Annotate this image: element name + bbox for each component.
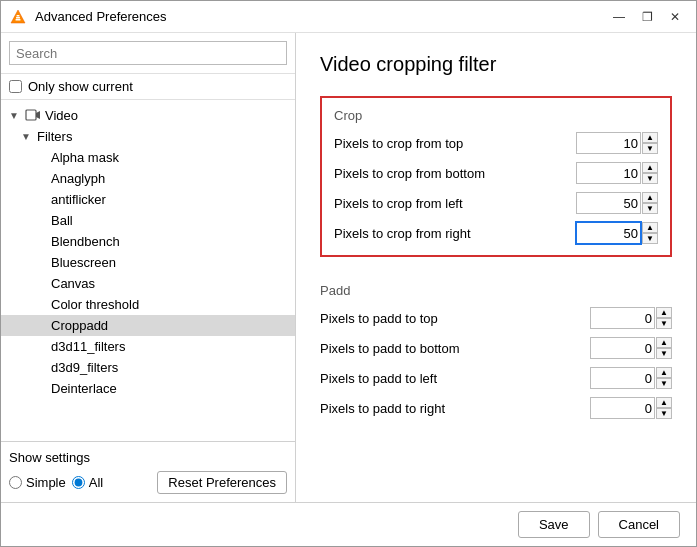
all-radio-item: All — [72, 475, 103, 490]
search-input[interactable] — [9, 41, 287, 65]
only-show-current-label: Only show current — [28, 79, 133, 94]
crop-top-up-button[interactable]: ▲ — [642, 132, 658, 143]
crop-left-down-button[interactable]: ▼ — [642, 203, 658, 214]
padd-left-spinner: ▲ ▼ — [656, 367, 672, 389]
sidebar-item-d3d9-filters[interactable]: d3d9_filters — [1, 357, 295, 378]
padd-top-input-wrap: ▲ ▼ — [590, 307, 672, 329]
crop-bottom-label: Pixels to crop from bottom — [334, 166, 576, 181]
crop-left-input[interactable] — [576, 192, 641, 214]
reset-preferences-button[interactable]: Reset Preferences — [157, 471, 287, 494]
crop-right-label: Pixels to crop from right — [334, 226, 576, 241]
page-title: Video cropping filter — [320, 53, 672, 76]
sidebar-item-color-threshold-label: Color threshold — [51, 297, 139, 312]
padd-left-down-button[interactable]: ▼ — [656, 378, 672, 389]
all-radio[interactable] — [72, 476, 85, 489]
sidebar-item-croppadd-label: Croppadd — [51, 318, 108, 333]
window-title: Advanced Preferences — [35, 9, 598, 24]
sidebar-item-bluescreen[interactable]: Bluescreen — [1, 252, 295, 273]
padd-bottom-row: Pixels to padd to bottom ▲ ▼ — [320, 336, 672, 360]
window-controls: — ❐ ✕ — [606, 5, 688, 29]
padd-bottom-label: Pixels to padd to bottom — [320, 341, 590, 356]
sidebar-item-ball[interactable]: Ball — [1, 210, 295, 231]
padd-right-down-button[interactable]: ▼ — [656, 408, 672, 419]
padd-section: Padd Pixels to padd to top ▲ ▼ Pixels to… — [320, 273, 672, 430]
app-window: Advanced Preferences — ❐ ✕ Only show cur… — [0, 0, 697, 547]
sidebar-item-alpha-mask-label: Alpha mask — [51, 150, 119, 165]
minimize-button[interactable]: — — [606, 5, 632, 29]
svg-rect-2 — [16, 17, 20, 19]
crop-left-spinner: ▲ ▼ — [642, 192, 658, 214]
crop-bottom-up-button[interactable]: ▲ — [642, 162, 658, 173]
sidebar-item-anaglyph[interactable]: Anaglyph — [1, 168, 295, 189]
maximize-button[interactable]: ❐ — [634, 5, 660, 29]
padd-bottom-down-button[interactable]: ▼ — [656, 348, 672, 359]
padd-left-up-button[interactable]: ▲ — [656, 367, 672, 378]
padd-top-label: Pixels to padd to top — [320, 311, 590, 326]
padd-top-input[interactable] — [590, 307, 655, 329]
crop-right-input-wrap: ▲ ▼ — [576, 222, 658, 244]
crop-right-down-button[interactable]: ▼ — [642, 233, 658, 244]
padd-top-down-button[interactable]: ▼ — [656, 318, 672, 329]
crop-right-spinner: ▲ ▼ — [642, 222, 658, 244]
sidebar-item-deinterlace[interactable]: Deinterlace — [1, 378, 295, 399]
padd-right-label: Pixels to padd to right — [320, 401, 590, 416]
crop-top-down-button[interactable]: ▼ — [642, 143, 658, 154]
search-container — [1, 33, 295, 74]
sidebar-item-canvas-label: Canvas — [51, 276, 95, 291]
padd-left-input-wrap: ▲ ▼ — [590, 367, 672, 389]
sidebar-item-alpha-mask[interactable]: Alpha mask — [1, 147, 295, 168]
simple-radio-label: Simple — [26, 475, 66, 490]
padd-right-up-button[interactable]: ▲ — [656, 397, 672, 408]
padd-top-spinner: ▲ ▼ — [656, 307, 672, 329]
sidebar-item-canvas[interactable]: Canvas — [1, 273, 295, 294]
content-area: Only show current ▼ Video ▼ — [1, 33, 696, 502]
crop-bottom-down-button[interactable]: ▼ — [642, 173, 658, 184]
only-show-current-checkbox[interactable] — [9, 80, 22, 93]
cancel-button[interactable]: Cancel — [598, 511, 680, 538]
sidebar-item-bluescreen-label: Bluescreen — [51, 255, 116, 270]
sidebar-item-d3d9-filters-label: d3d9_filters — [51, 360, 118, 375]
main-content: Video cropping filter Crop Pixels to cro… — [296, 33, 696, 502]
padd-left-input[interactable] — [590, 367, 655, 389]
sidebar-item-croppadd[interactable]: Croppadd — [1, 315, 295, 336]
simple-radio-item: Simple — [9, 475, 66, 490]
sidebar-item-color-threshold[interactable]: Color threshold — [1, 294, 295, 315]
padd-top-up-button[interactable]: ▲ — [656, 307, 672, 318]
padd-top-row: Pixels to padd to top ▲ ▼ — [320, 306, 672, 330]
sidebar-item-blendbench[interactable]: Blendbench — [1, 231, 295, 252]
padd-right-spinner: ▲ ▼ — [656, 397, 672, 419]
bottom-controls-row: Simple All Reset Preferences — [9, 471, 287, 494]
crop-right-input[interactable] — [576, 222, 641, 244]
crop-top-spinner: ▲ ▼ — [642, 132, 658, 154]
crop-bottom-input-wrap: ▲ ▼ — [576, 162, 658, 184]
svg-rect-4 — [26, 110, 36, 120]
tree-view: ▼ Video ▼ Filters Alpha mask — [1, 100, 295, 441]
svg-rect-1 — [16, 19, 21, 21]
close-button[interactable]: ✕ — [662, 5, 688, 29]
sidebar-item-filters[interactable]: ▼ Filters — [1, 126, 295, 147]
crop-bottom-input[interactable] — [576, 162, 641, 184]
padd-bottom-spinner: ▲ ▼ — [656, 337, 672, 359]
sidebar-item-ball-label: Ball — [51, 213, 73, 228]
save-button[interactable]: Save — [518, 511, 590, 538]
sidebar: Only show current ▼ Video ▼ — [1, 33, 296, 502]
crop-top-input-wrap: ▲ ▼ — [576, 132, 658, 154]
padd-right-row: Pixels to padd to right ▲ ▼ — [320, 396, 672, 420]
padd-bottom-input[interactable] — [590, 337, 655, 359]
padd-right-input[interactable] — [590, 397, 655, 419]
show-settings-label: Show settings — [9, 450, 287, 465]
crop-left-label: Pixels to crop from left — [334, 196, 576, 211]
sidebar-item-antiflicker[interactable]: antiflicker — [1, 189, 295, 210]
crop-top-input[interactable] — [576, 132, 641, 154]
crop-right-up-button[interactable]: ▲ — [642, 222, 658, 233]
padd-bottom-up-button[interactable]: ▲ — [656, 337, 672, 348]
crop-section-label: Crop — [334, 108, 658, 123]
sidebar-item-d3d11-filters[interactable]: d3d11_filters — [1, 336, 295, 357]
video-icon — [25, 107, 41, 123]
sidebar-bottom: Show settings Simple All Reset Preferenc… — [1, 441, 295, 502]
sidebar-item-blendbench-label: Blendbench — [51, 234, 120, 249]
crop-left-up-button[interactable]: ▲ — [642, 192, 658, 203]
sidebar-item-video[interactable]: ▼ Video — [1, 104, 295, 126]
all-radio-label: All — [89, 475, 103, 490]
simple-radio[interactable] — [9, 476, 22, 489]
